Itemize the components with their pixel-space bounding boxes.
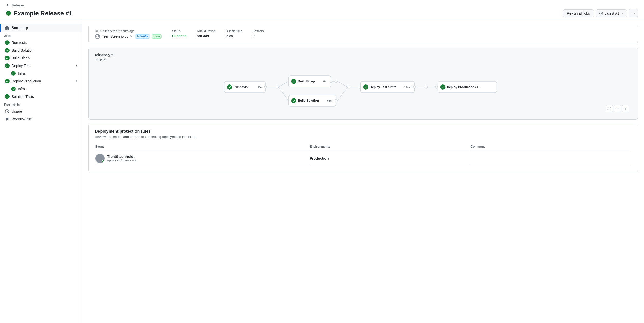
trigger-label: Re-run triggered 2 hours ago (95, 29, 162, 33)
environment-badge: Production (310, 156, 329, 160)
sidebar-item-workflow-file[interactable]: Workflow file (0, 115, 82, 123)
workflow-card: release.yml on: push Run tests 45s (88, 48, 638, 120)
page-header: Release Example Release #1 Re-run all jo… (0, 0, 644, 20)
user-cell: TrentSteenholdt approved 2 hours ago (95, 154, 309, 163)
sidebar-item-deploy-production-infra[interactable]: Infra (0, 85, 82, 93)
main-layout: Summary Jobs Run tests Build Solution B (0, 20, 644, 323)
user-name-sm: TrentSteenholdt (102, 34, 128, 39)
workflow-svg: Run tests 45s Build Bicep (95, 67, 631, 113)
svg-point-2 (227, 84, 232, 90)
commit-badge: bb9a05e (135, 34, 150, 39)
sidebar-item-run-tests[interactable]: Run tests (0, 39, 82, 46)
avatar (95, 154, 105, 163)
protection-table-head: Event Environments Comment (95, 143, 631, 150)
sidebar-item-deploy-test-infra[interactable]: Infra (0, 70, 82, 77)
more-options-button[interactable]: ··· (629, 9, 638, 17)
svg-text:Run tests: Run tests (234, 85, 248, 89)
svg-point-0 (96, 35, 98, 37)
sidebar-item-deploy-production[interactable]: Deploy Production ∧ (0, 77, 82, 85)
home-icon (5, 25, 10, 30)
stats-card: Re-run triggered 2 hours ago TrentSteenh… (88, 25, 638, 43)
deploy-test-check-icon (5, 63, 10, 68)
diagram-controls: − + (606, 105, 629, 112)
trigger-row: TrentSteenholdt bb9a05e main (95, 34, 162, 39)
avatar-check-icon (102, 160, 105, 163)
clock-icon (5, 109, 10, 114)
sidebar-item-build-solution[interactable]: Build Solution (0, 46, 82, 54)
status-label: Status (172, 29, 187, 33)
deploy-production-chevron-icon: ∧ (76, 79, 78, 83)
svg-point-21 (335, 99, 338, 102)
rerun-all-jobs-button[interactable]: Re-run all jobs (563, 10, 594, 17)
workflow-file-icon (5, 117, 10, 121)
protection-table-header-row: Event Environments Comment (95, 143, 631, 150)
svg-point-11 (291, 79, 296, 84)
protection-table: Event Environments Comment (95, 143, 631, 167)
svg-point-26 (358, 86, 361, 88)
svg-line-23 (338, 87, 348, 101)
svg-point-35 (435, 86, 438, 88)
protection-title: Deployment protection rules (95, 129, 631, 134)
col-environments-header: Environments (310, 143, 470, 150)
svg-text:11m 8s: 11m 8s (404, 86, 414, 89)
artifacts-label: Artifacts (252, 29, 264, 33)
deploy-production-check-icon (5, 79, 10, 83)
zoom-in-button[interactable]: + (622, 105, 629, 112)
workflow-file-label: Workflow file (12, 117, 32, 121)
svg-point-24 (348, 86, 350, 88)
svg-point-33 (425, 86, 428, 88)
solution-tests-check-icon (5, 94, 10, 99)
sidebar-item-solution-tests[interactable]: Solution Tests (0, 93, 82, 100)
latest-button[interactable]: Latest #1 (596, 10, 627, 17)
zoom-out-button[interactable]: − (614, 105, 621, 112)
back-link[interactable]: Release (6, 3, 638, 7)
comment-cell (470, 151, 631, 166)
title-status-icon (6, 11, 11, 16)
protection-card: Deployment protection rules Reviewers, t… (88, 124, 638, 172)
duration-label: Total duration (197, 29, 215, 33)
event-cell: TrentSteenholdt approved 2 hours ago (95, 151, 309, 166)
fullscreen-button[interactable] (606, 105, 613, 112)
jobs-section-label: Jobs (0, 32, 82, 39)
sidebar-item-summary[interactable]: Summary (0, 24, 82, 32)
sidebar-item-build-bicep[interactable]: Build Bicep (0, 54, 82, 62)
sidebar-summary-label: Summary (12, 26, 28, 30)
usage-label: Usage (12, 109, 22, 113)
sidebar: Summary Jobs Run tests Build Solution B (0, 20, 82, 323)
user-sub: approved 2 hours ago (107, 159, 137, 162)
svg-text:Deploy Test / Infra: Deploy Test / Infra (370, 85, 396, 89)
svg-point-19 (335, 80, 338, 83)
svg-text:Build Solution: Build Solution (298, 99, 319, 102)
environment-cell: Production (310, 151, 470, 166)
svg-line-8 (278, 81, 289, 87)
svg-text:45s: 45s (258, 86, 262, 89)
build-solution-check-icon (5, 48, 10, 53)
user-info: TrentSteenholdt approved 2 hours ago (107, 155, 137, 162)
deploy-test-infra-check-icon (11, 71, 16, 76)
trigger-stat: Re-run triggered 2 hours ago TrentSteenh… (95, 29, 162, 39)
title-right: Re-run all jobs Latest #1 ··· (563, 9, 638, 17)
run-details-section-label: Run details (0, 100, 82, 108)
svg-point-18 (330, 80, 332, 83)
duration-value: 8m 44s (197, 34, 215, 38)
col-event-header: Event (95, 143, 309, 150)
sidebar-item-deploy-test[interactable]: Deploy Test ∧ (0, 62, 82, 70)
svg-line-9 (278, 87, 289, 101)
table-row: TrentSteenholdt approved 2 hours ago Pro… (95, 151, 631, 166)
build-bicep-check-icon (5, 56, 10, 60)
title-row: Example Release #1 Re-run all jobs Lates… (6, 9, 638, 17)
svg-text:8s: 8s (323, 80, 326, 83)
svg-point-5 (264, 86, 267, 88)
duration-stat: Total duration 8m 44s (197, 29, 215, 38)
artifacts-stat: Artifacts 2 (252, 29, 264, 38)
workflow-diagram: Run tests 45s Build Bicep (95, 67, 631, 114)
status-value: Success (172, 34, 187, 38)
deploy-production-infra-check-icon (11, 87, 16, 91)
protection-subtitle: Reviewers, timers, and other rules prote… (95, 135, 631, 139)
svg-point-28 (363, 84, 368, 90)
sidebar-item-usage[interactable]: Usage (0, 108, 82, 115)
deploy-test-chevron-icon: ∧ (76, 64, 78, 68)
svg-point-37 (440, 84, 446, 90)
svg-point-7 (276, 86, 278, 88)
svg-point-31 (413, 86, 416, 88)
